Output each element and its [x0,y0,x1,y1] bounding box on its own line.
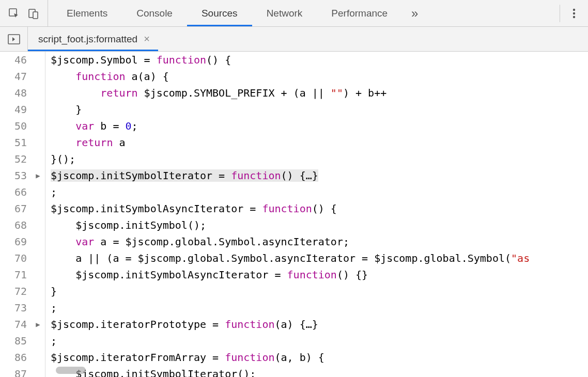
line-number: 70 [6,250,27,266]
svg-point-4 [573,12,575,14]
fold-spacer [31,366,45,377]
fold-spacer [31,184,45,200]
inspect-element-icon[interactable] [7,7,21,20]
code-line[interactable]: function a(a) { [51,68,588,85]
tab-performance[interactable]: Performance [317,0,402,26]
code-line[interactable]: ; [51,333,588,349]
code-line[interactable]: $jscomp.initSymbolAsyncIterator = functi… [51,266,588,283]
code-line[interactable]: return a [51,134,588,151]
devtools-toolbar: Elements Console Sources Network Perform… [0,0,588,27]
tab-console[interactable]: Console [122,0,187,26]
tab-elements[interactable]: Elements [52,0,122,26]
toolbar-icon-group [4,0,48,26]
line-number: 51 [6,134,27,151]
show-navigator-icon[interactable] [0,27,28,51]
code-line[interactable]: ; [51,300,588,316]
line-number: 49 [6,101,27,118]
device-toolbar-icon[interactable] [27,7,40,20]
code-line[interactable]: $jscomp.iteratorPrototype = function(a) … [51,316,588,333]
line-number-gutter: 4647484950515253666768697071727374858687… [0,52,31,377]
line-number: 74 [6,316,27,333]
sources-tabstrip: script_foot.js:formatted × [0,27,588,52]
fold-spacer [31,250,45,266]
line-number: 69 [6,233,27,250]
code-line[interactable]: $jscomp.initSymbolAsyncIterator = functi… [51,200,588,217]
fold-spacer [31,200,45,217]
fold-spacer [31,52,45,68]
more-tabs-chevron-icon[interactable]: » [402,6,427,21]
code-line[interactable]: var b = 0; [51,118,588,134]
line-number: 71 [6,266,27,283]
svg-rect-2 [33,12,38,19]
line-number: 72 [6,283,27,300]
code-line[interactable]: $jscomp.initSymbol(); [51,217,588,233]
fold-spacer [31,134,45,151]
fold-spacer [31,101,45,118]
fold-spacer [31,118,45,134]
line-number: 87 [6,366,27,377]
line-number: 86 [6,349,27,366]
tab-network[interactable]: Network [252,0,317,26]
line-number: 85 [6,333,27,349]
separator [560,5,560,22]
code-area[interactable]: $jscomp.Symbol = function() { function a… [45,52,588,377]
file-tab-label: script_foot.js:formatted [38,34,137,45]
close-icon[interactable]: × [144,33,150,45]
fold-arrow-icon[interactable]: ▶ [31,316,45,333]
line-number: 67 [6,200,27,217]
fold-spacer [31,233,45,250]
settings-kebab-icon[interactable] [564,7,584,20]
code-line[interactable]: ; [51,184,588,200]
code-line[interactable]: return $jscomp.SYMBOL_PREFIX + (a || "")… [51,85,588,101]
svg-point-3 [573,8,575,10]
code-line[interactable]: $jscomp.Symbol = function() { [51,52,588,68]
line-number: 52 [6,151,27,167]
line-number: 48 [6,85,27,101]
fold-spacer [31,217,45,233]
horizontal-scrollbar-thumb[interactable] [56,367,86,374]
svg-point-5 [573,15,575,18]
fold-spacer [31,349,45,366]
code-editor[interactable]: 4647484950515253666768697071727374858687… [0,52,588,377]
fold-gutter[interactable]: ▶▶ [31,52,45,377]
code-line[interactable]: $jscomp.iteratorFromArray = function(a, … [51,349,588,366]
code-line[interactable]: $jscomp.initSymbolIterator = function() … [51,167,588,184]
fold-spacer [31,300,45,316]
fold-spacer [31,151,45,167]
line-number: 46 [6,52,27,68]
line-number: 53 [6,167,27,184]
fold-spacer [31,266,45,283]
code-line[interactable]: a || (a = $jscomp.global.Symbol.asyncIte… [51,250,588,266]
file-tab[interactable]: script_foot.js:formatted × [28,27,158,51]
code-line[interactable]: }(); [51,151,588,167]
line-number: 68 [6,217,27,233]
code-line[interactable]: var a = $jscomp.global.Symbol.asyncItera… [51,233,588,250]
fold-spacer [31,283,45,300]
code-line[interactable]: } [51,283,588,300]
line-number: 50 [6,118,27,134]
tab-sources[interactable]: Sources [187,0,252,26]
line-number: 47 [6,68,27,85]
line-number: 73 [6,300,27,316]
fold-arrow-icon[interactable]: ▶ [31,167,45,184]
fold-spacer [31,333,45,349]
fold-spacer [31,85,45,101]
fold-spacer [31,68,45,85]
line-number: 66 [6,184,27,200]
code-line[interactable]: } [51,101,588,118]
code-line[interactable]: $jscomp.initSymbolIterator(); [51,366,588,377]
panel-tabs: Elements Console Sources Network Perform… [48,0,584,26]
